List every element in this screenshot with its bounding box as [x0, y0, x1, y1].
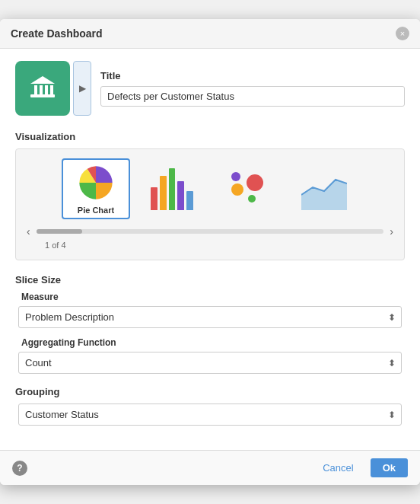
svg-rect-3 — [34, 85, 37, 94]
next-template-button[interactable]: ▶ — [73, 61, 91, 116]
svg-rect-5 — [45, 85, 48, 94]
aggregating-select-wrap: Count Sum Average Min Max ⬍ — [18, 352, 402, 374]
visualization-label: Visualization — [15, 131, 405, 142]
svg-marker-2 — [30, 76, 55, 84]
dialog-body: ▶ Title Visualization — [0, 49, 420, 450]
bar-chart-preview — [149, 168, 195, 210]
icon-area: ▶ — [15, 61, 91, 116]
title-area: Title — [100, 70, 405, 107]
footer-buttons: Cancel Ok — [312, 458, 408, 477]
pagination-next[interactable]: › — [388, 225, 395, 238]
bar-1 — [151, 187, 158, 210]
close-button[interactable]: × — [396, 27, 409, 40]
top-section: ▶ Title — [15, 61, 405, 116]
pagination-prev[interactable]: ‹ — [25, 225, 32, 238]
ok-button[interactable]: Ok — [371, 458, 408, 477]
chart-option-pie[interactable]: Pie Chart — [62, 158, 130, 219]
line-chart-preview — [301, 168, 347, 210]
help-button[interactable]: ? — [12, 461, 27, 476]
bar-2 — [160, 176, 167, 210]
pagination-thumb — [37, 229, 82, 234]
grouping-select[interactable]: Customer Status Region Priority — [18, 404, 402, 426]
pagination-count: 1 of 4 — [45, 241, 66, 250]
bar-3 — [169, 168, 176, 210]
dialog-title: Create Dashboard — [11, 27, 103, 40]
svg-rect-4 — [40, 85, 43, 94]
chart-options: Pie Chart — [25, 158, 395, 219]
measure-label: Measure — [21, 292, 405, 302]
svg-rect-0 — [30, 94, 55, 97]
measure-subsection: Measure Problem Description Customer ID … — [15, 292, 405, 328]
visualization-pagination: ‹ › — [25, 225, 395, 238]
pie-chart-label: Pie Chart — [78, 206, 114, 215]
aggregating-subsection: Aggregating Function Count Sum Average M… — [15, 337, 405, 374]
dashboard-icon — [15, 61, 70, 116]
bar-5 — [186, 191, 193, 210]
title-input[interactable] — [100, 86, 405, 107]
dialog-header: Create Dashboard × — [0, 19, 420, 49]
measure-select-wrap: Problem Description Customer ID Defect C… — [18, 306, 402, 328]
aggregating-label: Aggregating Function — [21, 337, 405, 348]
slice-size-section: Slice Size Measure Problem Description C… — [15, 274, 405, 374]
title-label: Title — [100, 70, 405, 81]
scatter-chart-preview — [225, 168, 271, 210]
grouping-select-wrap: Customer Status Region Priority ⬍ — [18, 404, 402, 426]
svg-marker-7 — [301, 180, 347, 210]
grouping-section: Grouping Customer Status Region Priority… — [15, 386, 405, 426]
slice-size-label: Slice Size — [15, 274, 405, 285]
bar-4 — [177, 181, 184, 210]
dot-2 — [231, 183, 243, 196]
create-dashboard-dialog: Create Dashboard × — [0, 19, 420, 485]
chart-option-line[interactable] — [290, 158, 358, 219]
pagination-track — [37, 229, 384, 234]
svg-rect-6 — [50, 85, 53, 94]
measure-select[interactable]: Problem Description Customer ID Defect C… — [18, 306, 402, 328]
visualization-container: Pie Chart — [15, 148, 405, 260]
building-icon — [27, 73, 58, 104]
chart-option-scatter[interactable] — [214, 158, 282, 219]
dot-1 — [247, 174, 263, 191]
dot-3 — [231, 172, 240, 181]
dot-4 — [248, 195, 256, 203]
grouping-label: Grouping — [15, 386, 405, 397]
pie-chart-preview — [73, 163, 119, 203]
chart-option-bar[interactable] — [138, 158, 206, 219]
cancel-button[interactable]: Cancel — [312, 458, 364, 477]
dialog-footer: ? Cancel Ok — [0, 450, 420, 485]
aggregating-select[interactable]: Count Sum Average Min Max — [18, 352, 402, 374]
